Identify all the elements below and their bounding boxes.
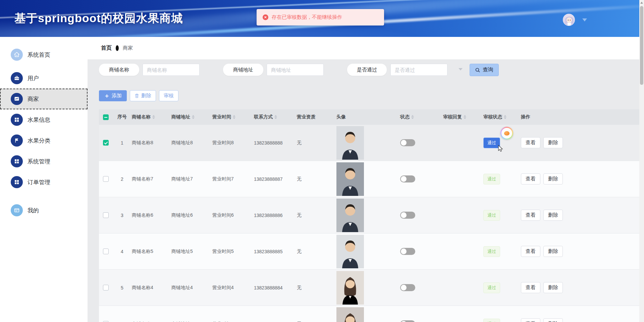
audit-status-badge: 通过 (483, 319, 500, 322)
row-delete-button[interactable]: 删除 (543, 282, 563, 293)
cell-phone: 13823888887 (254, 176, 297, 182)
col-header-phone[interactable]: 联系方式 (254, 114, 297, 120)
audit-button[interactable]: 审核 (159, 90, 178, 101)
row-delete-button[interactable]: 删除 (543, 246, 563, 257)
shop-address-input[interactable] (267, 64, 324, 76)
sort-icon[interactable] (192, 114, 195, 120)
status-toggle[interactable] (400, 139, 415, 146)
col-header-shop-address[interactable]: 商铺地址 (171, 114, 212, 120)
flag-icon (11, 135, 23, 147)
avatar-photo[interactable] (336, 307, 364, 322)
status-toggle[interactable] (400, 175, 415, 182)
sort-icon[interactable] (274, 114, 277, 120)
row-delete-button[interactable]: 删除 (543, 137, 563, 148)
avatar-photo[interactable] (336, 162, 364, 196)
portrait-female (336, 307, 364, 322)
table-row: 3 商铺名称6 商铺地址6 营业时间6 13823888886 无 (99, 197, 639, 233)
shop-name-input[interactable] (143, 64, 200, 76)
grid-icon (11, 176, 23, 188)
sidebar-item-home[interactable]: 系统首页 (0, 44, 88, 65)
avatar-illustration (563, 14, 575, 26)
pass-select[interactable] (390, 64, 447, 76)
avatar-photo[interactable] (336, 271, 364, 305)
sidebar-item-system-mgmt[interactable]: 系统管理 (0, 151, 88, 172)
cell-shop-address: 商铺地址8 (171, 140, 212, 146)
add-button[interactable]: ＋ 添加 (99, 90, 127, 101)
scrollbar-thumb[interactable] (640, 6, 643, 85)
status-toggle[interactable] (400, 248, 415, 255)
scroll-up-button[interactable] (639, 0, 644, 5)
sidebar-item-fruit-category[interactable]: 水果分类 (0, 130, 88, 151)
search-icon (475, 67, 480, 73)
grid-icon (11, 114, 23, 126)
breadcrumb: 首页 商家 (88, 37, 639, 59)
col-header-audit-status[interactable]: 审核状态 (483, 114, 521, 120)
cell-hours: 营业时间7 (212, 176, 254, 182)
row-checkbox[interactable] (103, 285, 109, 290)
row-checkbox[interactable] (103, 176, 109, 182)
sidebar-item-users[interactable]: 用户 (0, 68, 88, 89)
row-checkbox[interactable] (103, 212, 109, 218)
sort-icon[interactable] (233, 114, 235, 120)
cell-shop-address: 商铺地址3 (171, 321, 212, 322)
sidebar-item-order-mgmt[interactable]: 订单管理 (0, 172, 88, 193)
view-button[interactable]: 查看 (521, 173, 540, 184)
avatar-photo[interactable] (336, 235, 364, 268)
error-toast: ✕ 存在已审核数据，不能继续操作 (257, 9, 384, 25)
status-toggle[interactable] (400, 320, 415, 322)
view-button[interactable]: 查看 (521, 282, 540, 293)
query-button[interactable]: 查询 (470, 64, 499, 76)
avatar-photo[interactable] (336, 126, 364, 160)
top-banner: 基于springboot的校园水果商城 ✕ 存在已审核数据，不能继续操作 (0, 0, 644, 37)
toast-message: 存在已审核数据，不能继续操作 (272, 14, 342, 20)
col-header-hours[interactable]: 营业时间 (212, 114, 254, 120)
filter-row: 商铺名称 商铺地址 是否通过 查询 (99, 64, 639, 76)
row-delete-button[interactable]: 删除 (543, 210, 563, 221)
col-header-status[interactable]: 状态 (400, 114, 443, 120)
plus-icon: ＋ (104, 92, 110, 100)
query-button-label: 查询 (483, 66, 493, 73)
delete-button[interactable]: 删除 (130, 90, 156, 101)
mouse-cursor (497, 145, 504, 152)
sort-icon[interactable] (152, 114, 155, 120)
audit-button-label: 审核 (164, 93, 174, 99)
col-header-audit-reply[interactable]: 审核回复 (443, 114, 483, 120)
col-header-shop-name[interactable]: 商铺名称 (132, 114, 171, 120)
select-all-checkbox[interactable] (103, 114, 109, 120)
sort-icon[interactable] (464, 114, 466, 120)
cell-index: 1 (112, 140, 132, 146)
view-button[interactable]: 查看 (521, 137, 540, 148)
sidebar-item-fruit-info[interactable]: 水果信息 (0, 109, 88, 130)
user-menu-caret-icon[interactable] (582, 18, 587, 21)
app-title: 基于springboot的校园水果商城 (14, 11, 183, 26)
user-avatar[interactable] (563, 14, 575, 26)
cell-shop-name: 商铺名称5 (132, 249, 171, 255)
row-checkbox[interactable] (103, 249, 109, 254)
chevron-down-icon[interactable] (459, 68, 463, 70)
breadcrumb-home-link[interactable]: 首页 (101, 45, 112, 52)
sort-icon[interactable] (411, 114, 414, 120)
sort-icon[interactable] (504, 114, 506, 120)
avatar-photo[interactable] (336, 199, 364, 232)
view-button[interactable]: 查看 (521, 246, 540, 257)
cell-shop-address: 商铺地址6 (171, 212, 212, 218)
status-toggle[interactable] (400, 284, 415, 291)
status-toggle[interactable] (400, 212, 415, 219)
sidebar-item-merchants[interactable]: 商家 (0, 89, 88, 109)
breadcrumb-current: 商家 (123, 45, 133, 51)
sidebar-item-label: 水果信息 (28, 116, 50, 124)
cell-shop-address: 商铺地址7 (171, 176, 212, 182)
cell-shop-name: 商铺名称7 (132, 176, 171, 182)
row-checkbox[interactable] (103, 140, 109, 146)
view-button[interactable]: 查看 (521, 210, 540, 221)
table-header-row: 序号 商铺名称 商铺地址 营业时间 联系方式 营业资质 头像 状态 审核回复 审… (99, 109, 639, 125)
page-scrollbar[interactable] (639, 0, 644, 322)
pass-filter-label: 是否通过 (347, 64, 387, 76)
audit-status-badge: 通过 (483, 246, 500, 257)
view-button[interactable]: 查看 (521, 318, 540, 322)
audit-status-badge: 通过 (483, 210, 500, 221)
row-delete-button[interactable]: 删除 (543, 318, 563, 322)
sidebar-item-mine[interactable]: 我的 (0, 200, 88, 221)
row-delete-button[interactable]: 删除 (543, 173, 563, 184)
col-header-index: 序号 (112, 114, 132, 120)
